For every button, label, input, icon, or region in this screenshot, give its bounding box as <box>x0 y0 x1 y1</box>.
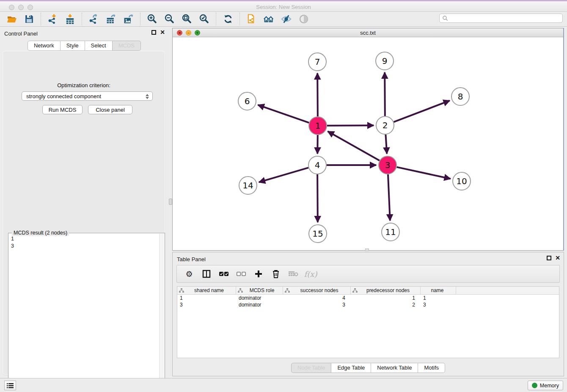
open-file-icon[interactable] <box>6 14 17 25</box>
table-cell[interactable]: 3 <box>421 301 456 308</box>
save-session-icon[interactable] <box>23 14 35 25</box>
zoom-out-icon[interactable] <box>164 14 175 25</box>
export-image-icon[interactable] <box>123 14 134 25</box>
table-cell[interactable]: 1 <box>421 295 456 301</box>
first-neighbors-icon[interactable] <box>263 14 275 25</box>
task-history-button[interactable] <box>4 381 16 390</box>
result-scrollbar[interactable] <box>159 234 164 392</box>
import-table-icon[interactable] <box>64 14 76 25</box>
network-resize-handle[interactable] <box>365 248 369 251</box>
table-cell[interactable]: 2 <box>351 301 421 308</box>
zoom-fit-icon[interactable] <box>181 14 193 25</box>
graph-edge-1-6[interactable] <box>258 105 309 123</box>
graph-node-9[interactable]: 9 <box>376 52 394 70</box>
table-toolbar: ⚙ f(x) <box>176 265 560 283</box>
deselect-all-icon[interactable] <box>236 269 246 279</box>
delete-table-icon[interactable] <box>288 269 298 279</box>
graph-edge-4-14[interactable] <box>259 168 308 182</box>
graph-node-6[interactable]: 6 <box>238 92 256 110</box>
add-column-icon[interactable] <box>253 269 264 279</box>
float-panel-icon[interactable] <box>151 30 156 35</box>
graph-edge-2-8[interactable] <box>394 101 450 122</box>
graph-node-3[interactable]: 3 <box>379 156 396 174</box>
graph-edge-1-2[interactable] <box>327 125 374 126</box>
run-mcds-button[interactable]: Run MCDS <box>42 105 83 114</box>
table-row[interactable]: 1dominator411 <box>177 295 559 301</box>
float-table-panel-icon[interactable] <box>547 256 551 260</box>
graph-node-4[interactable]: 4 <box>308 156 326 174</box>
column-layout-icon[interactable] <box>201 269 212 279</box>
graph-node-14[interactable]: 14 <box>239 177 257 194</box>
tab-style[interactable]: Style <box>61 41 85 51</box>
search-field[interactable] <box>439 14 563 23</box>
gear-icon[interactable]: ⚙ <box>184 269 194 279</box>
clone-network-icon[interactable] <box>246 14 257 25</box>
table-cell[interactable]: dominator <box>236 295 283 301</box>
svg-text:9: 9 <box>382 56 388 66</box>
search-input[interactable] <box>448 15 562 21</box>
network-window-titlebar[interactable]: ✕ − + scc.txt <box>173 28 563 37</box>
table-tab-edge-table[interactable]: Edge Table <box>331 363 371 373</box>
memory-label: Memory <box>540 383 559 389</box>
delete-column-icon[interactable] <box>271 269 281 279</box>
export-network-icon[interactable] <box>88 14 99 25</box>
graph-node-15[interactable]: 15 <box>309 225 327 243</box>
memory-button[interactable]: Memory <box>528 381 563 390</box>
graph-node-11[interactable]: 11 <box>382 223 399 241</box>
graph-edge-3-1[interactable] <box>328 131 380 160</box>
import-network-icon[interactable] <box>47 14 58 25</box>
graph-node-1[interactable]: 1 <box>309 117 327 135</box>
table-cell[interactable]: 1 <box>351 295 421 301</box>
table-tab-motifs[interactable]: Motifs <box>418 363 445 373</box>
graph-edge-4-15[interactable] <box>317 174 318 222</box>
close-panel-button[interactable]: Close panel <box>88 105 132 114</box>
network-window-title: scc.txt <box>173 30 563 36</box>
criterion-value: strongly connected component <box>26 93 101 99</box>
graph-node-8[interactable]: 8 <box>451 88 469 105</box>
graph-node-10[interactable]: 10 <box>453 172 471 190</box>
table-header-row: shared nameMCDS rolesuccessor nodesprede… <box>177 287 559 295</box>
column-header-shared-name[interactable]: shared name <box>177 287 236 294</box>
graph-edge-1-7[interactable] <box>317 73 318 116</box>
table-tab-network-table[interactable]: Network Table <box>371 363 418 373</box>
graph-node-2[interactable]: 2 <box>376 116 394 134</box>
tab-network[interactable]: Network <box>28 41 61 51</box>
column-type-icon <box>179 288 184 293</box>
function-builder-icon[interactable]: f(x) <box>306 269 316 279</box>
zoom-selected-icon[interactable] <box>198 14 210 25</box>
tab-mcds[interactable]: MCDS <box>113 41 141 51</box>
column-type-icon <box>238 288 243 293</box>
criterion-select[interactable]: strongly connected component <box>22 91 153 101</box>
graph-edge-3-11[interactable] <box>388 174 390 221</box>
control-panel-title: Control Panel <box>4 30 38 37</box>
table-row[interactable]: 3dominator323 <box>177 301 559 308</box>
table-cell[interactable]: 3 <box>283 301 351 308</box>
close-table-panel-icon[interactable]: ✕ <box>555 256 560 260</box>
graph-edge-2-3[interactable] <box>385 135 387 154</box>
refresh-icon[interactable] <box>222 14 234 25</box>
select-all-icon[interactable] <box>219 269 229 279</box>
column-header-predecessor-nodes[interactable]: predecessor nodes <box>351 287 421 294</box>
export-table-icon[interactable] <box>105 14 117 25</box>
graph-edge-2-9[interactable] <box>385 72 385 116</box>
tab-select[interactable]: Select <box>85 41 113 51</box>
zoom-in-icon[interactable] <box>146 14 158 25</box>
table-cell[interactable]: 4 <box>283 295 351 301</box>
close-panel-icon[interactable]: ✕ <box>160 30 165 35</box>
panel-divider-handle[interactable] <box>169 199 172 205</box>
svg-text:3: 3 <box>385 160 391 170</box>
column-header-MCDS-role[interactable]: MCDS role <box>236 287 283 294</box>
table-tab-node-table[interactable]: Node Table <box>291 363 332 373</box>
control-panel-tab-bar: NetworkStyleSelectMCDS <box>28 41 141 51</box>
table-cell[interactable]: 1 <box>177 295 236 301</box>
status-bar: Memory <box>0 378 567 392</box>
graph-edge-3-10[interactable] <box>396 167 450 179</box>
column-header-name[interactable]: name <box>421 287 456 294</box>
graph-node-7[interactable]: 7 <box>308 53 326 71</box>
show-all-icon[interactable] <box>298 14 309 25</box>
network-canvas[interactable]: 7968124314101511 <box>173 37 563 250</box>
hide-selected-icon[interactable] <box>281 14 292 25</box>
table-cell[interactable]: dominator <box>236 301 283 308</box>
table-cell[interactable]: 3 <box>177 301 236 308</box>
column-header-successor-nodes[interactable]: successor nodes <box>283 287 351 294</box>
